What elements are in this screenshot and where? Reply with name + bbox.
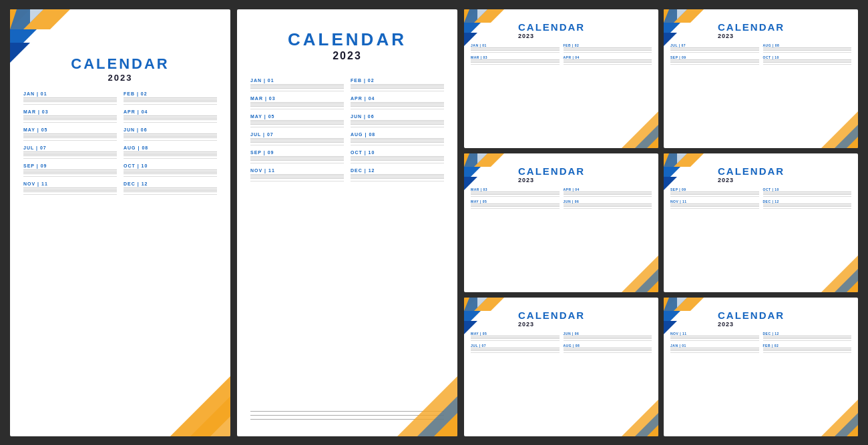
small-month-line — [763, 336, 852, 336]
month-label: MAY | 05 — [23, 127, 117, 132]
month-line — [23, 133, 117, 134]
small-month-line — [564, 337, 652, 338]
small-card-text: CALENDAR2023 — [718, 15, 785, 39]
month-line — [124, 155, 217, 156]
small-month-row: JUN | 06 — [564, 198, 652, 209]
month-lines — [124, 133, 217, 138]
month-label: NOV | 11 — [250, 168, 344, 173]
month-line — [124, 101, 217, 102]
small-month-line — [564, 50, 652, 51]
month-line — [351, 139, 444, 140]
small-month-lines — [670, 203, 759, 207]
month-label: AUG | 08 — [351, 132, 444, 137]
month-row: AUG | 08 — [351, 130, 444, 145]
month-row: MAR | 03 — [23, 107, 117, 123]
month-line — [351, 88, 444, 89]
small-calendar-year: 2023 — [718, 177, 785, 183]
month-line — [124, 135, 217, 135]
month-line — [124, 119, 217, 120]
month-lines — [250, 120, 344, 125]
month-line — [23, 189, 117, 189]
small-month-line — [471, 350, 560, 351]
small-month-line — [763, 348, 852, 348]
month-line — [351, 159, 444, 159]
small-month-line — [564, 205, 652, 205]
mid-portrait-card: CALENDAR 2023 JAN | 01FEB | 02MAR | 03AP… — [237, 9, 457, 436]
small-month-lines — [564, 203, 652, 207]
month-label: SEP | 09 — [23, 163, 117, 168]
small-month-line — [471, 203, 560, 204]
month-row: JUL | 07 — [23, 143, 117, 159]
small-month-line — [564, 61, 652, 61]
month-lines — [250, 174, 344, 179]
month-lines — [23, 133, 117, 138]
month-line — [23, 187, 117, 188]
small-month-lines — [471, 59, 560, 63]
mid-month-grid: JAN | 01FEB | 02MAR | 03APR | 04MAY | 05… — [237, 76, 457, 181]
small-month-line — [564, 348, 652, 348]
month-row: DEC | 12 — [124, 179, 217, 195]
month-line — [23, 169, 117, 170]
month-line — [23, 136, 117, 137]
month-line — [351, 103, 444, 104]
month-line — [351, 178, 444, 179]
small-month-row: FEB | 02 — [763, 342, 852, 353]
month-lines — [124, 97, 217, 102]
month-line — [250, 138, 344, 139]
small-month-row: MAY | 05 — [471, 198, 560, 209]
month-line — [124, 191, 217, 192]
month-label: JUN | 06 — [351, 114, 444, 119]
small-month-line — [564, 193, 652, 193]
small-month-line — [670, 59, 759, 60]
month-lines — [23, 97, 117, 102]
month-line — [351, 138, 444, 139]
month-line — [351, 160, 444, 161]
small-month-line — [564, 203, 652, 204]
month-line — [250, 106, 344, 107]
month-line — [23, 97, 117, 98]
month-line — [250, 124, 344, 125]
month-line — [124, 97, 217, 98]
small-card-text: CALENDAR2023 — [518, 159, 585, 183]
small-month-line — [471, 349, 560, 350]
month-row: JUL | 07 — [250, 130, 344, 145]
month-label: MAR | 03 — [250, 96, 344, 101]
month-line — [23, 135, 117, 135]
small-card-text: CALENDAR2023 — [718, 159, 785, 183]
small-month-line — [670, 50, 759, 51]
month-line — [23, 101, 117, 102]
small-month-line — [763, 191, 852, 192]
small-month-line — [763, 59, 852, 60]
corner-br-small — [821, 256, 858, 292]
small-month-line — [763, 203, 852, 204]
small-month-line — [763, 338, 852, 339]
month-row: DEC | 12 — [351, 166, 444, 181]
month-line — [351, 87, 444, 87]
month-line — [23, 173, 117, 174]
month-row: MAY | 05 — [250, 112, 344, 127]
month-line — [351, 120, 444, 121]
small-card-header: CALENDAR2023 — [464, 153, 658, 186]
small-month-line — [564, 206, 652, 207]
small-month-line — [564, 62, 652, 63]
month-line — [250, 174, 344, 175]
month-lines — [250, 138, 344, 143]
month-label: JUL | 07 — [250, 132, 344, 137]
month-line — [23, 119, 117, 120]
month-row: OCT | 10 — [124, 161, 217, 177]
small-month-line — [471, 348, 560, 348]
corner-br-decoration — [170, 376, 230, 436]
month-label: DEC | 12 — [351, 168, 444, 173]
small-month-row: JUL | 07 — [471, 342, 560, 353]
month-line — [250, 84, 344, 85]
month-label: AUG | 08 — [124, 145, 217, 150]
month-line — [351, 124, 444, 125]
month-line — [250, 175, 344, 176]
month-lines — [124, 115, 217, 120]
small-month-line — [763, 62, 852, 63]
corner-br-small — [622, 400, 658, 436]
small-month-line — [670, 348, 759, 348]
small-cards-grid: CALENDAR2023JAN | 01FEB | 02MAR | 03APR … — [464, 9, 858, 436]
month-line — [23, 151, 117, 152]
small-calendar-year: 2023 — [518, 33, 585, 39]
